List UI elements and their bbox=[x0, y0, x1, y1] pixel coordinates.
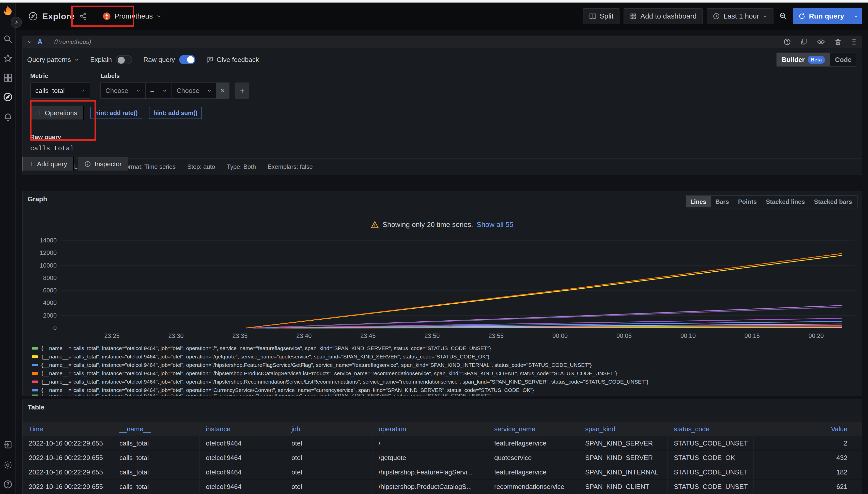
table-cell: 2022-10-16 00:22:29.655 bbox=[23, 451, 113, 465]
table-cell: calls_total bbox=[113, 451, 200, 465]
time-series-chart[interactable]: 02000400060008000100001200014000 23:2523… bbox=[25, 238, 854, 339]
table-cell: quoteservice bbox=[488, 451, 579, 465]
graph-mode-points[interactable]: Points bbox=[734, 196, 761, 207]
add-to-dashboard-button[interactable]: Add to dashboard bbox=[623, 8, 703, 24]
table-cell: STATUS_CODE_UNSET bbox=[668, 465, 754, 480]
chevron-down-icon bbox=[156, 14, 161, 19]
browser-edge-strip bbox=[0, 0, 868, 2]
run-query-dropdown[interactable] bbox=[850, 8, 862, 24]
chevron-down-icon bbox=[763, 14, 767, 19]
column-header-service-name[interactable]: service_name bbox=[488, 422, 579, 436]
legend-swatch bbox=[32, 389, 38, 392]
table-cell: 2022-10-16 00:22:29.655 bbox=[23, 465, 113, 480]
legend-item[interactable]: {__name__="calls_total", instance="otelc… bbox=[32, 361, 862, 369]
column-header--name-[interactable]: __name__ bbox=[113, 422, 200, 436]
beta-badge: Beta bbox=[808, 56, 825, 64]
grafana-logo-icon[interactable] bbox=[1, 4, 15, 18]
search-icon[interactable] bbox=[0, 33, 16, 46]
column-header-value[interactable]: Value bbox=[754, 422, 862, 436]
dashboards-icon[interactable] bbox=[0, 71, 16, 84]
table-cell: SPAN_KIND_INTERNAL bbox=[579, 465, 668, 480]
labels-block: Labels Choose = Choose × bbox=[101, 72, 249, 99]
add-query-button[interactable]: + Add query bbox=[22, 157, 74, 171]
disable-query-eye-icon[interactable] bbox=[817, 38, 825, 46]
hint-add-sum-button[interactable]: hint: add sum() bbox=[149, 107, 202, 119]
starred-icon[interactable] bbox=[0, 52, 16, 65]
query-options-row[interactable]: Options Legend: AutoFormat: Time seriesS… bbox=[23, 158, 862, 175]
legend-label: {__name__="calls_total", instance="otelc… bbox=[41, 345, 491, 352]
help-icon[interactable] bbox=[0, 478, 16, 491]
add-label-filter-button[interactable]: + bbox=[235, 82, 249, 99]
column-header-status-code[interactable]: status_code bbox=[668, 422, 754, 436]
legend-item[interactable]: {__name__="calls_total", instance="otelc… bbox=[32, 344, 862, 353]
time-range-picker[interactable]: Last 1 hour bbox=[707, 8, 773, 24]
clock-icon bbox=[713, 13, 720, 20]
hint-add-rate-button[interactable]: hint: add rate() bbox=[90, 107, 142, 119]
duplicate-query-icon[interactable] bbox=[800, 38, 808, 46]
remove-label-filter-button[interactable]: × bbox=[216, 82, 230, 99]
graph-mode-stacked-bars[interactable]: Stacked bars bbox=[810, 196, 856, 207]
column-header-time[interactable]: Time bbox=[23, 422, 113, 436]
table-cell: SPAN_KIND_SERVER bbox=[579, 451, 668, 465]
table-cell: /hipstershop.ProductCatalogS... bbox=[373, 480, 488, 494]
legend-item-clipped[interactable]: {__name__="calls_total", instance="otelc… bbox=[32, 394, 862, 396]
y-tick-label: 4000 bbox=[43, 299, 57, 306]
share-icon[interactable] bbox=[79, 13, 87, 20]
code-mode-tab[interactable]: Code bbox=[830, 53, 856, 66]
alerting-bell-icon[interactable] bbox=[0, 110, 16, 124]
sign-in-icon[interactable] bbox=[0, 438, 16, 451]
column-header-job[interactable]: job bbox=[285, 422, 373, 436]
metric-label: Metric bbox=[30, 72, 90, 79]
legend-swatch bbox=[32, 381, 38, 383]
delete-query-trash-icon[interactable] bbox=[834, 38, 842, 46]
graph-mode-stacked-lines[interactable]: Stacked lines bbox=[761, 196, 809, 207]
legend-item[interactable]: {__name__="calls_total", instance="otelc… bbox=[32, 353, 862, 361]
datasource-name: Prometheus bbox=[114, 12, 153, 20]
legend-swatch bbox=[32, 347, 38, 349]
option-summary-item: Type: Both bbox=[227, 163, 256, 170]
table-cell: featureflagservice bbox=[488, 465, 579, 480]
query-help-icon[interactable] bbox=[783, 38, 791, 46]
drag-handle-icon[interactable] bbox=[851, 38, 857, 46]
sidebar-expand-chevron[interactable] bbox=[11, 17, 22, 28]
column-header-instance[interactable]: instance bbox=[200, 422, 285, 436]
datasource-picker[interactable]: Prometheus bbox=[98, 8, 166, 24]
label-operator-select[interactable]: = bbox=[145, 82, 171, 99]
legend-item[interactable]: {__name__="calls_total", instance="otelc… bbox=[32, 369, 862, 378]
chart-canvas[interactable] bbox=[61, 238, 854, 331]
label-key-select[interactable]: Choose bbox=[101, 82, 145, 99]
legend-swatch bbox=[32, 364, 38, 366]
settings-gear-icon[interactable] bbox=[0, 458, 16, 472]
table-cell: / bbox=[373, 436, 488, 451]
explore-compass-icon[interactable] bbox=[0, 90, 16, 103]
refresh-icon bbox=[798, 13, 806, 20]
table-cell: 2 bbox=[754, 436, 862, 451]
add-operations-button[interactable]: + Operations bbox=[30, 106, 84, 120]
x-tick-label: 23:50 bbox=[424, 332, 439, 339]
graph-mode-lines[interactable]: Lines bbox=[686, 196, 711, 207]
zoom-out-button[interactable] bbox=[778, 12, 789, 21]
table-panel: Table Time__name__instancejoboperationse… bbox=[22, 399, 862, 494]
graph-mode-bars[interactable]: Bars bbox=[711, 196, 733, 207]
show-all-series-link[interactable]: Show all 55 bbox=[477, 221, 513, 229]
metric-select[interactable]: calls_total bbox=[30, 82, 90, 99]
page-title: Explore bbox=[42, 12, 75, 21]
label-value-select[interactable]: Choose bbox=[171, 82, 216, 99]
legend-item[interactable]: {__name__="calls_total", instance="otelc… bbox=[32, 378, 862, 386]
series-limit-warning: Showing only 20 time series. Show all 55 bbox=[23, 221, 862, 229]
split-button[interactable]: Split bbox=[583, 8, 619, 24]
give-feedback-link[interactable]: Give feedback bbox=[206, 56, 259, 64]
raw-query-toggle[interactable] bbox=[179, 55, 195, 64]
column-header-span-kind[interactable]: span_kind bbox=[579, 422, 668, 436]
builder-mode-tab[interactable]: Builder Beta bbox=[777, 53, 830, 66]
table-cell: otel bbox=[285, 480, 373, 494]
inspector-button[interactable]: Inspector bbox=[78, 157, 128, 171]
collapse-chevron-icon[interactable] bbox=[27, 39, 32, 44]
query-row-header[interactable]: A (Prometheus) bbox=[23, 36, 862, 48]
column-header-operation[interactable]: operation bbox=[373, 422, 488, 436]
option-summary-item: Step: auto bbox=[187, 163, 215, 170]
query-patterns-dropdown[interactable]: Query patterns bbox=[27, 56, 79, 64]
run-query-button[interactable]: Run query bbox=[793, 8, 862, 24]
legend-item[interactable]: {__name__="calls_total", instance="otelc… bbox=[32, 386, 862, 394]
explain-toggle[interactable] bbox=[116, 55, 132, 64]
